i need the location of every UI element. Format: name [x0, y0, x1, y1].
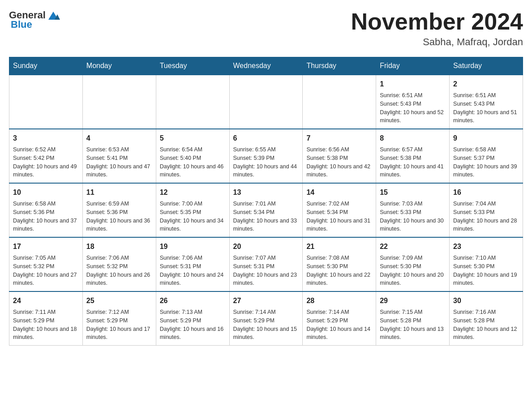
calendar-cell: [156, 75, 229, 129]
day-number: 5: [160, 133, 226, 144]
day-header-saturday: Saturday: [450, 57, 523, 75]
day-number: 25: [86, 295, 152, 306]
calendar-cell: 18Sunrise: 7:06 AMSunset: 5:32 PMDayligh…: [82, 237, 156, 291]
day-info: Sunrise: 6:58 AMSunset: 5:36 PMDaylight:…: [13, 200, 79, 233]
day-info: Sunrise: 7:13 AMSunset: 5:29 PMDaylight:…: [160, 308, 226, 342]
calendar-week-row: 1Sunrise: 6:51 AMSunset: 5:43 PMDaylight…: [9, 75, 523, 129]
day-info: Sunrise: 7:08 AMSunset: 5:30 PMDaylight:…: [306, 254, 372, 287]
title-area: November 2024 Sabha, Mafraq, Jordan: [351, 9, 523, 48]
day-info: Sunrise: 7:09 AMSunset: 5:30 PMDaylight:…: [380, 254, 446, 287]
day-number: 13: [233, 187, 299, 198]
day-info: Sunrise: 6:59 AMSunset: 5:36 PMDaylight:…: [86, 200, 152, 233]
calendar-cell: 5Sunrise: 6:54 AMSunset: 5:40 PMDaylight…: [156, 129, 229, 183]
day-info: Sunrise: 7:11 AMSunset: 5:29 PMDaylight:…: [13, 308, 79, 342]
day-number: 2: [453, 79, 519, 90]
calendar-week-row: 10Sunrise: 6:58 AMSunset: 5:36 PMDayligh…: [9, 183, 523, 237]
page-header: General Blue November 2024 Sabha, Mafraq…: [9, 9, 523, 48]
calendar-cell: 21Sunrise: 7:08 AMSunset: 5:30 PMDayligh…: [303, 237, 376, 291]
day-number: 1: [380, 79, 446, 90]
calendar-cell: 25Sunrise: 7:12 AMSunset: 5:29 PMDayligh…: [82, 291, 156, 346]
calendar-cell: 8Sunrise: 6:57 AMSunset: 5:38 PMDaylight…: [376, 129, 450, 183]
calendar-cell: [303, 75, 376, 129]
day-info: Sunrise: 7:00 AMSunset: 5:35 PMDaylight:…: [160, 200, 226, 233]
day-header-wednesday: Wednesday: [229, 57, 303, 75]
day-number: 6: [233, 133, 299, 144]
calendar-cell: 9Sunrise: 6:58 AMSunset: 5:37 PMDaylight…: [450, 129, 523, 183]
day-info: Sunrise: 7:03 AMSunset: 5:33 PMDaylight:…: [380, 200, 446, 233]
calendar-week-row: 17Sunrise: 7:05 AMSunset: 5:32 PMDayligh…: [9, 237, 523, 291]
day-header-monday: Monday: [82, 57, 156, 75]
calendar-cell: 17Sunrise: 7:05 AMSunset: 5:32 PMDayligh…: [9, 237, 83, 291]
calendar-table: SundayMondayTuesdayWednesdayThursdayFrid…: [9, 57, 523, 346]
calendar-cell: 6Sunrise: 6:55 AMSunset: 5:39 PMDaylight…: [229, 129, 303, 183]
day-header-sunday: Sunday: [9, 57, 83, 75]
day-number: 22: [380, 241, 446, 252]
calendar-cell: 26Sunrise: 7:13 AMSunset: 5:29 PMDayligh…: [156, 291, 229, 346]
location-title: Sabha, Mafraq, Jordan: [351, 36, 523, 48]
calendar-cell: 7Sunrise: 6:56 AMSunset: 5:38 PMDaylight…: [303, 129, 376, 183]
day-info: Sunrise: 6:58 AMSunset: 5:37 PMDaylight:…: [453, 146, 519, 179]
day-info: Sunrise: 6:54 AMSunset: 5:40 PMDaylight:…: [160, 146, 226, 179]
calendar-cell: 29Sunrise: 7:15 AMSunset: 5:28 PMDayligh…: [376, 291, 450, 346]
day-info: Sunrise: 6:57 AMSunset: 5:38 PMDaylight:…: [380, 146, 446, 179]
day-info: Sunrise: 7:14 AMSunset: 5:29 PMDaylight:…: [306, 308, 372, 342]
day-number: 17: [13, 241, 79, 252]
day-info: Sunrise: 7:06 AMSunset: 5:31 PMDaylight:…: [160, 254, 226, 287]
day-number: 30: [453, 295, 519, 306]
day-info: Sunrise: 7:06 AMSunset: 5:32 PMDaylight:…: [86, 254, 152, 287]
day-info: Sunrise: 7:15 AMSunset: 5:28 PMDaylight:…: [380, 308, 446, 342]
day-number: 12: [160, 187, 226, 198]
calendar-cell: 11Sunrise: 6:59 AMSunset: 5:36 PMDayligh…: [82, 183, 156, 237]
calendar-cell: 4Sunrise: 6:53 AMSunset: 5:41 PMDaylight…: [82, 129, 156, 183]
day-info: Sunrise: 7:04 AMSunset: 5:33 PMDaylight:…: [453, 200, 519, 233]
calendar-cell: 19Sunrise: 7:06 AMSunset: 5:31 PMDayligh…: [156, 237, 229, 291]
calendar-cell: 10Sunrise: 6:58 AMSunset: 5:36 PMDayligh…: [9, 183, 83, 237]
month-title: November 2024: [351, 9, 523, 34]
day-number: 24: [13, 295, 79, 306]
day-header-friday: Friday: [376, 57, 450, 75]
calendar-cell: 22Sunrise: 7:09 AMSunset: 5:30 PMDayligh…: [376, 237, 450, 291]
day-number: 19: [160, 241, 226, 252]
day-number: 4: [86, 133, 152, 144]
day-info: Sunrise: 6:51 AMSunset: 5:43 PMDaylight:…: [380, 91, 446, 125]
day-number: 23: [453, 241, 519, 252]
day-number: 9: [453, 133, 519, 144]
day-number: 8: [380, 133, 446, 144]
calendar-cell: 14Sunrise: 7:02 AMSunset: 5:34 PMDayligh…: [303, 183, 376, 237]
day-info: Sunrise: 7:16 AMSunset: 5:28 PMDaylight:…: [453, 308, 519, 342]
calendar-cell: 23Sunrise: 7:10 AMSunset: 5:30 PMDayligh…: [450, 237, 523, 291]
day-number: 11: [86, 187, 152, 198]
calendar-cell: [82, 75, 156, 129]
calendar-cell: 3Sunrise: 6:52 AMSunset: 5:42 PMDaylight…: [9, 129, 83, 183]
day-info: Sunrise: 7:07 AMSunset: 5:31 PMDaylight:…: [233, 254, 299, 287]
day-info: Sunrise: 7:02 AMSunset: 5:34 PMDaylight:…: [306, 200, 372, 233]
calendar-cell: 2Sunrise: 6:51 AMSunset: 5:43 PMDaylight…: [450, 75, 523, 129]
calendar-cell: 24Sunrise: 7:11 AMSunset: 5:29 PMDayligh…: [9, 291, 83, 346]
logo-icon: [47, 8, 60, 21]
calendar-cell: 12Sunrise: 7:00 AMSunset: 5:35 PMDayligh…: [156, 183, 229, 237]
calendar-cell: 30Sunrise: 7:16 AMSunset: 5:28 PMDayligh…: [450, 291, 523, 346]
calendar-cell: [9, 75, 83, 129]
day-number: 26: [160, 295, 226, 306]
day-number: 20: [233, 241, 299, 252]
calendar-cell: 27Sunrise: 7:14 AMSunset: 5:29 PMDayligh…: [229, 291, 303, 346]
calendar-cell: 13Sunrise: 7:01 AMSunset: 5:34 PMDayligh…: [229, 183, 303, 237]
day-number: 14: [306, 187, 372, 198]
calendar-cell: [229, 75, 303, 129]
calendar-cell: 20Sunrise: 7:07 AMSunset: 5:31 PMDayligh…: [229, 237, 303, 291]
calendar-cell: 16Sunrise: 7:04 AMSunset: 5:33 PMDayligh…: [450, 183, 523, 237]
day-number: 10: [13, 187, 79, 198]
day-header-tuesday: Tuesday: [156, 57, 229, 75]
day-number: 27: [233, 295, 299, 306]
day-info: Sunrise: 6:53 AMSunset: 5:41 PMDaylight:…: [86, 146, 152, 179]
day-info: Sunrise: 7:10 AMSunset: 5:30 PMDaylight:…: [453, 254, 519, 287]
day-info: Sunrise: 7:12 AMSunset: 5:29 PMDaylight:…: [86, 308, 152, 342]
day-header-thursday: Thursday: [303, 57, 376, 75]
day-info: Sunrise: 7:14 AMSunset: 5:29 PMDaylight:…: [233, 308, 299, 342]
day-number: 15: [380, 187, 446, 198]
day-info: Sunrise: 6:56 AMSunset: 5:38 PMDaylight:…: [306, 146, 372, 179]
calendar-week-row: 24Sunrise: 7:11 AMSunset: 5:29 PMDayligh…: [9, 291, 523, 346]
day-info: Sunrise: 6:51 AMSunset: 5:43 PMDaylight:…: [453, 91, 519, 125]
calendar-cell: 15Sunrise: 7:03 AMSunset: 5:33 PMDayligh…: [376, 183, 450, 237]
calendar-cell: 1Sunrise: 6:51 AMSunset: 5:43 PMDaylight…: [376, 75, 450, 129]
